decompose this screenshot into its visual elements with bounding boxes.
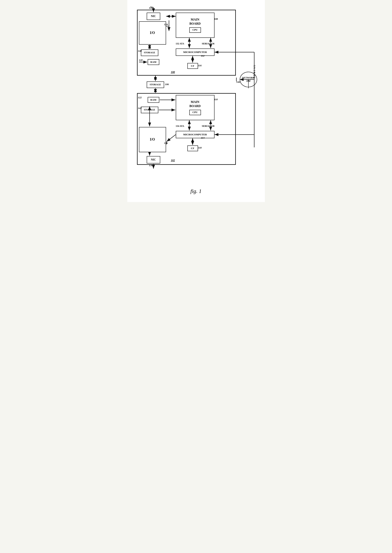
top-ref-132: 132 ATA xyxy=(176,42,184,45)
top-cf-box: CF xyxy=(187,63,198,69)
top-ref-136: SERIAL 136 xyxy=(202,42,215,45)
top-ref-108: 108 xyxy=(214,17,218,21)
top-mainboard-label: MAINBOARD xyxy=(189,18,201,26)
top-ref-140: 140 xyxy=(138,50,142,53)
top-microcomputer-box: MICROCOMPUTER xyxy=(176,49,215,56)
middle-ref-106: 106 xyxy=(165,83,169,86)
bottom-ref-130: 130 xyxy=(149,164,153,167)
bottom-ref-102: 102 xyxy=(171,159,175,162)
bottom-mainboard-box: MAINBOARD CPU xyxy=(176,95,215,120)
top-nic-box: NIC xyxy=(147,13,160,20)
top-ref-100: 100 xyxy=(171,71,175,74)
bottom-nic-box: NIC xyxy=(147,156,160,163)
bottom-io-box: I/O xyxy=(139,127,166,152)
bottom-storage-box: STORAGE xyxy=(141,107,158,113)
network-ref-104: 104 xyxy=(246,79,250,83)
top-storage-box: STORAGE xyxy=(141,50,158,56)
bottom-ref-122: 122 xyxy=(138,96,142,99)
top-cpu-box: CPU xyxy=(189,27,201,33)
bottom-microcomputer-box: MICROCOMPUTER xyxy=(176,131,215,138)
top-mainboard-box: MAINBOARD CPU xyxy=(176,13,215,38)
figure-caption: fig. 1 xyxy=(135,188,257,194)
bottom-ref-134: 134 ATA xyxy=(176,125,184,128)
top-ref-128: 128 xyxy=(149,6,153,9)
middle-storage-box: STORAGE xyxy=(147,81,164,88)
bottom-ref-114: 114 xyxy=(201,136,205,139)
page: NIC I/O MAINBOARD CPU STORAGE RAM MIC xyxy=(127,0,265,202)
top-ram-box: RAM xyxy=(148,59,159,65)
top-io-box: I/O xyxy=(139,21,166,45)
bottom-ram-box: RAM xyxy=(148,97,159,103)
bottom-ref-118: 118 xyxy=(198,146,202,149)
top-ref-112: 112 xyxy=(201,54,205,57)
bottom-ref-138: SERIAL 138 xyxy=(202,125,215,128)
bottom-mainboard-label: MAINBOARD xyxy=(189,100,201,108)
network-label: NETWORK xyxy=(242,76,254,79)
top-ref-124: 124 xyxy=(164,23,168,26)
bottom-ref-110: 110 xyxy=(214,98,218,101)
bottom-cf-box: CF xyxy=(187,145,198,151)
bottom-ref-126: 126 xyxy=(164,142,168,145)
bottom-cpu-box: CPU xyxy=(189,110,201,115)
top-ref-120: 120 xyxy=(139,58,143,62)
bottom-ref-142: 142 xyxy=(138,107,142,110)
diagram: NIC I/O MAINBOARD CPU STORAGE RAM MIC xyxy=(135,6,257,184)
serial-vertical-label: SERIAL xyxy=(253,64,256,78)
top-ref-116: 116 xyxy=(198,64,202,67)
network-ref-144: 144 xyxy=(236,80,240,84)
